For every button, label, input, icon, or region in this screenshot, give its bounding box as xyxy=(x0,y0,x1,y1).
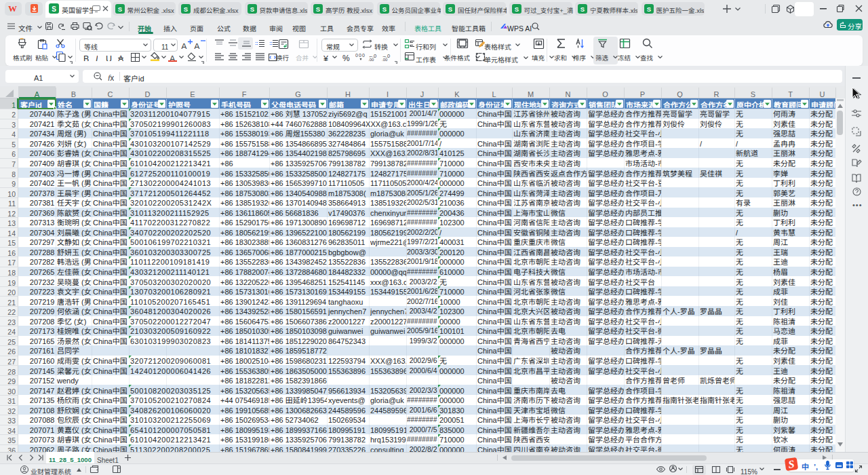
svg-text:S: S xyxy=(184,5,188,13)
svg-text:S: S xyxy=(117,5,121,13)
svg-text:0: 0 xyxy=(355,53,358,58)
svg-text:0: 0 xyxy=(362,53,365,58)
svg-text:S: S xyxy=(580,5,585,13)
svg-text:S: S xyxy=(382,5,386,13)
svg-text:S: S xyxy=(316,5,320,13)
svg-text:.00: .00 xyxy=(382,58,388,62)
svg-text:S: S xyxy=(52,5,56,13)
svg-text:S: S xyxy=(514,5,518,13)
svg-text:S: S xyxy=(448,5,452,13)
svg-text:S: S xyxy=(646,5,650,13)
svg-text:.00: .00 xyxy=(368,58,374,62)
svg-text:0: 0 xyxy=(359,53,361,58)
svg-text:S: S xyxy=(250,5,254,13)
